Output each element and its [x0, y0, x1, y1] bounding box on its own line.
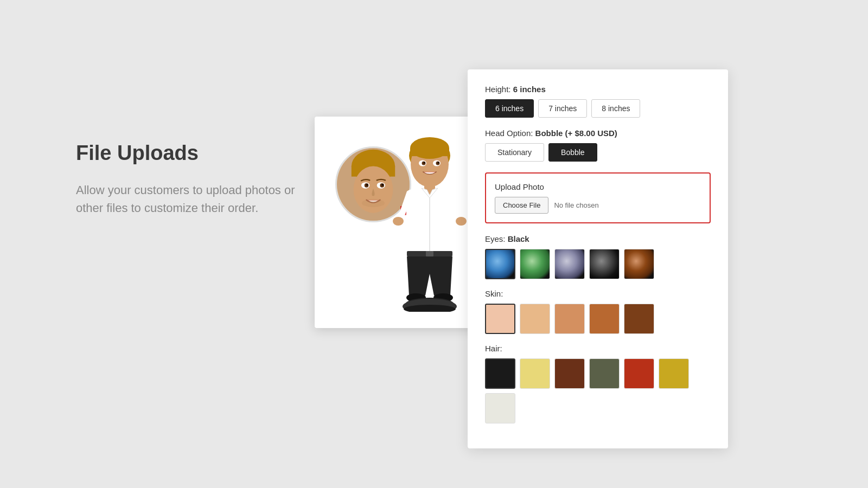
- upload-photo-box: Upload Photo Choose File No file chosen: [485, 172, 711, 223]
- no-file-text: No file chosen: [554, 201, 598, 209]
- eye-swatch-blue[interactable]: [485, 249, 515, 279]
- upload-label: Upload Photo: [495, 182, 701, 191]
- choose-file-button[interactable]: Choose File: [495, 197, 548, 214]
- hair-label: Hair:: [485, 344, 711, 353]
- height-label: Height: 6 inches: [485, 85, 711, 94]
- bobblehead-figure: [386, 127, 473, 312]
- eye-swatch-brown[interactable]: [624, 249, 654, 279]
- hair-swatch-1[interactable]: [485, 358, 515, 389]
- skin-swatch-1[interactable]: [485, 304, 515, 334]
- size-btn-6[interactable]: 6 inches: [485, 99, 534, 118]
- head-btn-stationary[interactable]: Stationary: [485, 143, 544, 162]
- head-btn-bobble[interactable]: Bobble: [548, 143, 597, 162]
- page-description: Allow your customers to upload photos or…: [76, 181, 304, 217]
- svg-point-24: [456, 217, 467, 226]
- page-title: File Uploads: [76, 141, 304, 166]
- head-button-group: Stationary Bobble: [485, 143, 711, 162]
- size-button-group: 6 inches 7 inches 8 inches: [485, 99, 711, 118]
- size-btn-8[interactable]: 8 inches: [591, 99, 640, 118]
- skin-swatch-2[interactable]: [520, 304, 550, 334]
- hair-swatch-5[interactable]: [624, 358, 654, 389]
- file-input-row: Choose File No file chosen: [495, 197, 701, 214]
- eye-swatch-grey[interactable]: [554, 249, 585, 279]
- skin-swatch-4[interactable]: [589, 304, 620, 334]
- svg-point-9: [382, 184, 384, 186]
- svg-rect-14: [410, 148, 449, 156]
- eyes-section: Eyes: Black: [485, 234, 711, 279]
- eyes-label: Eyes: Black: [485, 234, 711, 243]
- svg-point-20: [438, 162, 439, 163]
- options-panel: Height: 6 inches 6 inches 7 inches 8 inc…: [468, 69, 728, 448]
- product-image-card: [315, 117, 488, 328]
- head-label: Head Option: Bobble (+ $8.00 USD): [485, 129, 711, 138]
- eye-swatch-green[interactable]: [520, 249, 550, 279]
- bobblehead-scene: [315, 117, 488, 328]
- hair-swatch-3[interactable]: [554, 358, 585, 389]
- svg-point-17: [424, 162, 425, 163]
- eyes-color-row: [485, 249, 711, 279]
- height-option: Height: 6 inches 6 inches 7 inches 8 inc…: [485, 85, 711, 118]
- skin-color-row: [485, 304, 711, 334]
- svg-point-10: [362, 199, 385, 207]
- left-panel: File Uploads Allow your customers to upl…: [76, 141, 304, 217]
- svg-point-16: [422, 162, 426, 165]
- head-option: Head Option: Bobble (+ $8.00 USD) Statio…: [485, 129, 711, 162]
- hair-swatch-4[interactable]: [589, 358, 620, 389]
- svg-point-23: [393, 217, 404, 226]
- skin-label: Skin:: [485, 289, 711, 298]
- skin-section: Skin:: [485, 289, 711, 334]
- skin-swatch-5[interactable]: [624, 304, 654, 334]
- size-btn-7[interactable]: 7 inches: [538, 99, 587, 118]
- svg-rect-26: [426, 251, 433, 256]
- svg-point-6: [366, 184, 368, 186]
- svg-point-19: [436, 162, 440, 165]
- hair-color-row: [485, 358, 711, 423]
- hair-section: Hair:: [485, 344, 711, 423]
- hair-swatch-6[interactable]: [659, 358, 689, 389]
- hair-swatch-2[interactable]: [520, 358, 550, 389]
- skin-swatch-3[interactable]: [554, 304, 585, 334]
- hair-swatch-7[interactable]: [485, 393, 515, 423]
- eye-swatch-black[interactable]: [589, 249, 620, 279]
